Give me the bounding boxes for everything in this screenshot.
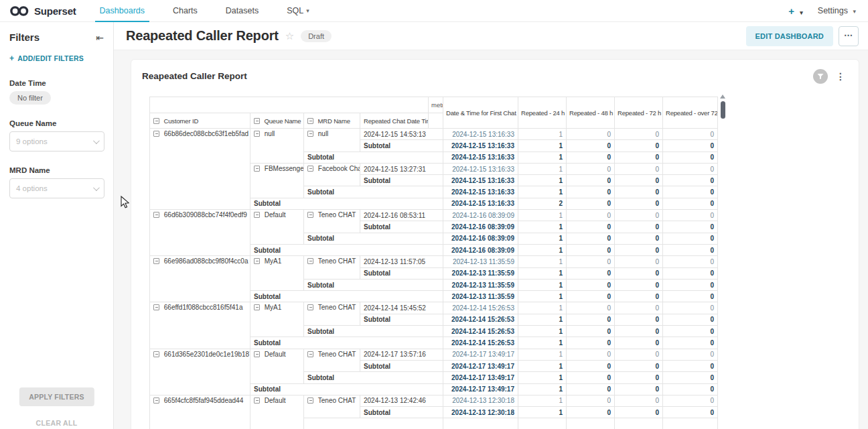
subtotal-label: Subtotal	[304, 326, 443, 337]
queue-name-select-value: 9 options	[16, 137, 48, 145]
metric-value: 0	[615, 302, 663, 314]
collapse-icon[interactable]	[254, 118, 260, 124]
queue-name-cell-label: Default	[263, 211, 285, 219]
collapse-icon[interactable]	[254, 166, 260, 172]
metric-value: 0	[567, 395, 615, 406]
queue-name-select[interactable]: 9 options	[9, 131, 104, 151]
first-chat-value: 2024-12-16 08:39:09	[443, 244, 518, 255]
collapse-icon[interactable]	[307, 131, 313, 137]
collapse-filters-icon[interactable]: ⇤	[96, 32, 104, 43]
metric-value: 1	[518, 291, 567, 302]
repeated-chat-date-cell: 2024-12-15 13:27:31	[360, 163, 443, 174]
mrd-name-cell: Teneo CHAT	[304, 256, 360, 280]
chart-kebab-menu-icon[interactable]: ⋮	[836, 69, 845, 84]
metric-value: 0	[663, 395, 718, 406]
queue-name-cell-label: null	[263, 130, 275, 137]
metric-header-1[interactable]: Repeated - 24 h	[518, 97, 567, 129]
subtotal-label: Subtotal	[250, 291, 443, 302]
first-chat-value: 2024-12-17 13:49:17	[443, 349, 518, 360]
metric-header-3[interactable]: Repeated - 72 h	[615, 97, 663, 129]
metric-value: 0	[663, 279, 718, 290]
filter-label-queue-name: Queue Name	[0, 105, 113, 131]
subtotal-label: Subtotal	[360, 314, 443, 325]
collapse-icon[interactable]	[254, 304, 260, 310]
metric-value: 1	[518, 360, 567, 371]
metric-value: 0	[615, 360, 663, 371]
edit-dashboard-button[interactable]: EDIT DASHBOARD	[746, 26, 833, 46]
scrollbar-thumb[interactable]	[721, 101, 725, 119]
mrd-name-select[interactable]: 4 options	[9, 178, 104, 198]
collapse-icon[interactable]	[307, 397, 313, 404]
clear-all-button[interactable]: CLEAR ALL	[0, 419, 113, 427]
table-scrollbar[interactable]	[719, 95, 726, 389]
collapse-icon[interactable]	[307, 212, 313, 218]
collapse-icon[interactable]	[307, 304, 313, 310]
pivot-table: metricDate & Time for First ChatRepeated…	[149, 97, 718, 429]
collapse-icon[interactable]	[254, 131, 260, 137]
queue-name-cell: Default	[250, 210, 304, 245]
collapse-icon[interactable]	[153, 258, 159, 264]
metric-value	[615, 418, 663, 429]
apply-filters-button[interactable]: APPLY FILTERS	[19, 387, 94, 406]
metric-value: 0	[615, 407, 663, 418]
superset-dashboard-screen: Superset Dashboards Charts Datasets SQL …	[0, 0, 868, 429]
table-row: 66e986ad088cbc9f80f4cc0a MyA1 Teneo CHAT…	[150, 256, 718, 267]
favorite-star-icon[interactable]: ☆	[285, 30, 294, 42]
collapse-icon[interactable]	[307, 258, 313, 264]
collapse-icon[interactable]	[153, 118, 159, 124]
nav-tab-dashboards[interactable]: Dashboards	[86, 0, 159, 22]
mrd-name-cell-label: Facebook Chat	[316, 165, 360, 172]
nav-tab-sql[interactable]: SQL ▾	[273, 0, 323, 22]
metric-header-2[interactable]: Repeated - 48 h	[567, 97, 615, 129]
customer-id-cell: 665f4cfc8f5faf945ddead44	[150, 395, 250, 429]
first-chat-value: 2024-12-15 13:16:33	[443, 163, 518, 174]
collapse-icon[interactable]	[254, 212, 260, 218]
metric-value: 1	[518, 163, 567, 174]
nav-tab-charts[interactable]: Charts	[159, 0, 212, 22]
subtotal-label: Subtotal	[250, 383, 443, 395]
collapse-icon[interactable]	[254, 397, 260, 404]
metric-value: 0	[567, 291, 615, 302]
collapse-icon[interactable]	[153, 304, 159, 310]
collapse-icon[interactable]	[254, 351, 260, 357]
mrd-name-cell-label: null	[316, 130, 328, 137]
metric-value: 1	[518, 140, 567, 151]
nav-tab-datasets[interactable]: Datasets	[212, 0, 273, 22]
add-edit-filters-button[interactable]: +ADD/EDIT FILTERS	[0, 46, 113, 64]
settings-menu[interactable]: Settings ▾	[818, 6, 856, 15]
collapse-icon[interactable]	[307, 351, 313, 357]
collapse-icon[interactable]	[254, 258, 260, 264]
dim-header-0: Customer ID	[150, 113, 250, 129]
collapse-icon[interactable]	[307, 118, 313, 124]
metric-value: 0	[615, 372, 663, 383]
cross-filter-badge[interactable]	[813, 69, 828, 84]
collapse-icon[interactable]	[153, 212, 159, 218]
subtotal-label: Subtotal	[304, 151, 443, 163]
filter-label-mrd-name: MRD Name	[0, 151, 113, 178]
metric-value: 0	[615, 129, 663, 140]
metric-value: 1	[518, 175, 567, 186]
collapse-icon[interactable]	[153, 397, 159, 404]
metric-value: 0	[567, 244, 615, 255]
metric-value: 1	[518, 395, 567, 406]
scroll-up-arrow-icon[interactable]	[720, 95, 725, 99]
metric-value: 1	[518, 233, 567, 244]
repeated-chat-date-cell: 2024-12-13 12:42:46	[360, 395, 443, 406]
metric-value: 0	[663, 186, 718, 198]
metric-value: 0	[615, 210, 663, 221]
metric-header-4[interactable]: Repeated - over 72 h	[663, 97, 718, 129]
collapse-icon[interactable]	[153, 351, 159, 357]
metric-value: 0	[615, 186, 663, 198]
metric-header-0[interactable]: Date & Time for First Chat	[443, 97, 518, 129]
superset-logo[interactable]: Superset	[0, 5, 86, 17]
table-row: 661d365e2301de0c1e19b187 Default Teneo C…	[150, 349, 718, 360]
first-chat-value: 2024-12-13 11:35:59	[443, 256, 518, 267]
collapse-icon[interactable]	[153, 131, 159, 137]
date-time-filter-chip[interactable]: No filter	[9, 91, 51, 105]
collapse-icon[interactable]	[307, 166, 313, 172]
brand-name: Superset	[34, 5, 76, 17]
metric-value: 0	[567, 163, 615, 174]
new-item-button[interactable]: + ▾	[788, 5, 802, 17]
dashboard-more-button[interactable]: ⋯	[839, 26, 859, 46]
subtotal-label: Subtotal	[304, 233, 443, 244]
